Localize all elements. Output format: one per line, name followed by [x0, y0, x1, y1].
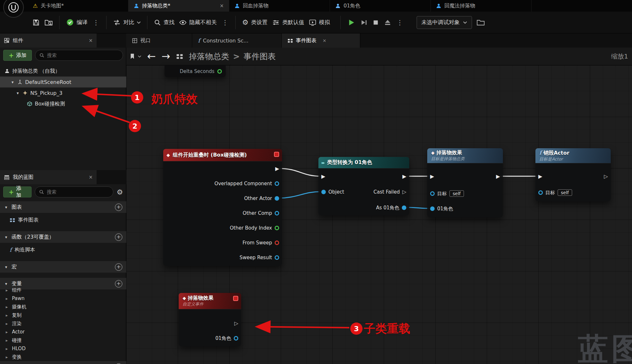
caret-right-icon[interactable]: ▸ — [5, 296, 9, 301]
blueprint-settings-gear-icon[interactable]: ⚙ — [117, 188, 123, 196]
exec-in-pin[interactable]: ▶ — [538, 172, 542, 181]
add-graph-button[interactable]: + — [115, 204, 122, 211]
stop-button[interactable] — [372, 19, 379, 26]
node-header[interactable]: ▸▸ 类型转换为 01角色 — [318, 157, 409, 168]
pin-icon[interactable] — [275, 196, 279, 201]
close-icon[interactable]: × — [89, 174, 93, 180]
hide-unrelated-kebab[interactable]: ⋮ — [221, 19, 229, 26]
close-icon[interactable]: × — [89, 38, 93, 43]
tree-item-ns-pickup-3[interactable]: ▾ NS_Pickup_3 — [0, 87, 126, 98]
variable-category-transform[interactable]: ▸变换 — [0, 353, 126, 361]
caret-down-icon[interactable]: ▾ — [4, 265, 8, 269]
save-button[interactable] — [32, 19, 40, 26]
pin-icon[interactable] — [275, 255, 279, 260]
exec-out-pin[interactable]: ▷ — [234, 319, 238, 328]
exec-out-pin[interactable]: ▶ — [496, 172, 500, 181]
variable-category-actor[interactable]: ▸Actor — [0, 328, 126, 336]
tab-mana-pickup[interactable]: 回魔法掉落物 — [431, 0, 532, 12]
class-settings-button[interactable]: ⚙ 类设置 — [242, 18, 268, 26]
variable-category-replication[interactable]: ▸复制 — [0, 311, 126, 319]
variable-category-collision[interactable]: ▸碰撞 — [0, 336, 126, 344]
node-header[interactable]: f 销毁Actor 目标是Actor — [535, 148, 611, 163]
tree-item-default-scene-root[interactable]: ▾ DefaultSceneRoot — [0, 77, 126, 87]
class-defaults-button[interactable]: 类默认值 — [272, 19, 304, 26]
debug-object-dropdown[interactable]: 未选中调试对象 — [417, 16, 472, 29]
pin-as-character[interactable]: As 01角色 — [376, 203, 406, 213]
exec-in-pin[interactable]: ▶ — [321, 172, 325, 181]
node-pickup-effect-call[interactable]: ◆ 掉落物效果 目标是掉落物总类 ▶ ▶ 目标self 01角色 — [427, 148, 503, 217]
node-clipped-tick[interactable]: Delta Seconds — [165, 65, 226, 77]
pin-cast-failed[interactable]: Cast Failed▷ — [373, 187, 406, 197]
section-functions[interactable]: ▾ 函数（23可覆盖） + — [0, 231, 126, 243]
variable-category-pawn[interactable]: ▸Pawn — [0, 294, 126, 303]
tab-pickup-class[interactable]: 掉落物总类* × — [128, 0, 229, 12]
pin-icon[interactable] — [402, 205, 406, 210]
caret-right-icon[interactable]: ▸ — [5, 338, 9, 343]
pin-icon[interactable] — [430, 191, 435, 196]
pin-icon[interactable] — [275, 181, 279, 186]
find-button[interactable]: 查找 — [154, 19, 175, 26]
pin-icon[interactable] — [275, 226, 279, 230]
node-header[interactable]: ◆ 掉落物效果 目标是掉落物总类 — [427, 148, 503, 163]
item-event-graph[interactable]: 事件图表 — [0, 214, 126, 225]
add-component-button[interactable]: + 添加 — [3, 50, 32, 61]
variable-category-components[interactable]: ▸组件 — [0, 286, 126, 294]
bookmarks-button[interactable] — [129, 53, 141, 59]
pin-character-out[interactable]: 01角色 — [215, 333, 238, 343]
simulate-button[interactable]: 模拟 — [309, 19, 330, 26]
eject-button[interactable] — [384, 19, 391, 26]
close-icon[interactable]: × — [220, 3, 224, 9]
target-self-value[interactable]: self — [558, 189, 572, 196]
item-construction-script[interactable]: f 构造脚本 — [0, 244, 126, 255]
close-icon[interactable]: × — [323, 38, 326, 43]
node-header[interactable]: ◆ 掉落物效果 自定义事件 — [179, 293, 241, 309]
pin-other-comp[interactable]: Other Comp — [243, 208, 279, 218]
pin-other-actor[interactable]: Other Actor — [244, 194, 279, 203]
section-macros[interactable]: ▾ 宏 + — [0, 261, 126, 273]
caret-down-icon[interactable]: ▾ — [4, 235, 8, 240]
variable-category-rendering[interactable]: ▸渲染 — [0, 319, 126, 328]
node-destroy-actor[interactable]: f 销毁Actor 目标是Actor ▶ ▷ 目标self — [535, 148, 611, 201]
caret-right-icon[interactable]: ▸ — [5, 355, 9, 359]
node-cast[interactable]: ▸▸ 类型转换为 01角色 ▶ ▶ Object Cast Failed▷ As… — [318, 157, 409, 215]
caret-down-icon[interactable]: ▾ — [4, 281, 8, 286]
caret-right-icon[interactable]: ▸ — [5, 330, 9, 334]
caret-right-icon[interactable]: ▸ — [5, 313, 9, 318]
myblueprint-panel-tab[interactable]: 我的蓝图 × — [0, 170, 97, 184]
pin-icon[interactable] — [538, 190, 543, 195]
section-graphs[interactable]: ▾ 图表 + — [0, 201, 126, 213]
tab-viewport[interactable]: 视口 — [126, 33, 192, 48]
pin-from-sweep[interactable]: From Sweep — [242, 238, 279, 248]
pin-character-param[interactable]: 01角色 — [430, 204, 453, 214]
debug-browse-button[interactable] — [476, 19, 485, 26]
components-panel-tab[interactable]: 组件 × — [0, 33, 97, 48]
node-overlap-event[interactable]: ◆ 组件开始重叠时 (Box碰撞检测) ▶ Overlapped Compone… — [163, 149, 282, 266]
tab-level-map[interactable]: ⚠ 关卡地图* — [28, 0, 128, 12]
components-search[interactable] — [35, 50, 123, 61]
node-header[interactable]: ◆ 组件开始重叠时 (Box碰撞检测) — [163, 149, 282, 161]
browse-asset-button[interactable] — [44, 19, 53, 26]
exec-out-pin[interactable]: ▷ — [604, 172, 608, 181]
pin-overlapped-component[interactable]: Overlapped Component — [214, 179, 279, 188]
node-pickup-effect-event[interactable]: ◆ 掉落物效果 自定义事件 ▷ 01角色 — [179, 293, 241, 346]
add-blueprint-item-button[interactable]: + 添加 — [3, 187, 32, 197]
caret-right-icon[interactable]: ▸ — [5, 305, 9, 309]
pin-icon[interactable] — [275, 241, 279, 245]
pin-other-body-index[interactable]: Other Body Index — [230, 223, 279, 233]
caret-right-icon[interactable]: ▸ — [5, 346, 9, 351]
exec-in-pin[interactable]: ▶ — [430, 172, 434, 181]
breadcrumb-root[interactable]: 掉落物总类 — [189, 51, 229, 62]
pin-icon[interactable] — [430, 206, 435, 211]
variable-category-hlod[interactable]: ▸HLOD — [0, 344, 126, 353]
play-options-kebab[interactable]: ⋮ — [396, 19, 404, 26]
nav-back-arrow[interactable]: ← — [147, 51, 156, 61]
caret-right-icon[interactable]: ▸ — [5, 321, 9, 326]
caret-down-icon[interactable]: ▾ — [15, 91, 20, 96]
hide-unrelated-button[interactable]: 隐藏不相关 — [179, 19, 217, 26]
section-event-dispatchers[interactable]: ▾ 事件分发器 + — [0, 361, 126, 364]
myblueprint-search-input[interactable] — [47, 189, 109, 195]
float-pin-icon[interactable] — [217, 69, 222, 74]
tab-construction-script[interactable]: f Construction Sc... — [192, 33, 282, 48]
pin-target[interactable]: 目标self — [430, 189, 464, 198]
tree-item-box-collision[interactable]: Box碰撞检测 — [0, 98, 126, 109]
